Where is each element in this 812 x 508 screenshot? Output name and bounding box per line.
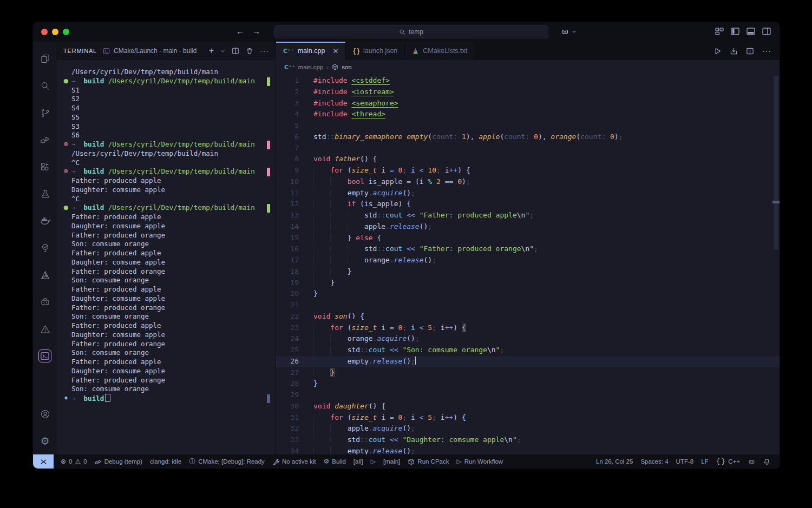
- terminal-session[interactable]: CMake/Launch - main - build: [102, 47, 204, 55]
- tab-terminal[interactable]: TERMINAL: [63, 48, 97, 54]
- line-number: 28: [276, 378, 313, 390]
- tab-CMakeLists.txt[interactable]: CMakeLists.txt: [405, 42, 475, 60]
- code-line-19: 19 }: [276, 278, 780, 289]
- sidebar-item-testing[interactable]: [33, 180, 57, 207]
- code-line-11: 11 empty.acquire();: [276, 188, 780, 199]
- close-window-button[interactable]: [41, 29, 48, 35]
- sidebar-item-todo-tree[interactable]: [33, 234, 57, 261]
- kill-terminal-icon[interactable]: [246, 47, 253, 55]
- new-terminal-button[interactable]: +: [209, 47, 214, 55]
- status-label: No active kit: [282, 458, 316, 465]
- status-copilot-status[interactable]: [744, 454, 759, 469]
- sidebar-item-extensions[interactable]: [33, 153, 57, 180]
- status-active-kit[interactable]: No active kit: [269, 454, 320, 469]
- code-line-14: 14 apple.release();: [276, 221, 780, 233]
- tab-main.cpp[interactable]: C⁺⁺main.cpp✕: [276, 42, 346, 60]
- warning-triangle-icon: [40, 324, 51, 335]
- line-number: 2: [276, 87, 313, 98]
- traffic-lights: [41, 29, 69, 35]
- sidebar-item-source-control[interactable]: [33, 99, 57, 126]
- toggle-sidebar-icon[interactable]: [731, 28, 739, 35]
- terminal-command-decoration: [267, 77, 270, 86]
- play-icon: ▷: [371, 458, 376, 465]
- status-cmake-status[interactable]: ⓘCMake: [Debug]: Ready: [185, 454, 269, 469]
- terminal-profile-chevron-icon[interactable]: [220, 49, 225, 54]
- tab-label: main.cpp: [298, 47, 325, 55]
- terminal-more-actions-icon[interactable]: ···: [260, 47, 269, 55]
- status-launch-button[interactable]: ▷: [367, 454, 379, 469]
- terminal-icon: [40, 351, 50, 361]
- settings-button[interactable]: ⚙: [33, 427, 57, 454]
- sidebar-item-run-debug[interactable]: [33, 126, 57, 153]
- terminal-command-decoration: [267, 204, 270, 213]
- status-problems[interactable]: ⊗0⚠0: [57, 454, 91, 469]
- status-debug-target[interactable]: Debug (temp): [91, 454, 146, 469]
- prompt-ai-icon: ✦: [63, 394, 71, 403]
- editor-more-actions-icon[interactable]: ···: [762, 47, 771, 55]
- split-terminal-icon[interactable]: [232, 47, 239, 55]
- cpp-file-icon: C⁺⁺: [284, 64, 295, 71]
- editor-cursor: [415, 357, 416, 365]
- terminal-line: ●→ build /Users/cyril/Dev/tmp/temp/build…: [71, 77, 276, 86]
- zoom-window-button[interactable]: [63, 29, 69, 35]
- tab-label: CMakeLists.txt: [423, 47, 467, 55]
- terminal-command-decoration: [267, 394, 270, 403]
- run-build-icon[interactable]: [730, 47, 738, 55]
- code-line-22: 22void son() {: [276, 311, 780, 322]
- status-launch-target[interactable]: [main]: [379, 454, 404, 469]
- line-number: 11: [276, 188, 313, 199]
- command-center-search[interactable]: temp: [274, 25, 548, 38]
- code-line-12: 12 if (is_apple) {: [276, 199, 780, 210]
- sidebar-item-cmake[interactable]: [33, 261, 57, 288]
- terminal-line: S6: [71, 131, 276, 140]
- status-build-target[interactable]: [all]: [350, 454, 367, 469]
- status-clangd-status[interactable]: clangd: idle: [146, 454, 185, 469]
- toggle-secondary-sidebar-icon[interactable]: [762, 28, 771, 35]
- split-editor-icon[interactable]: [746, 47, 754, 55]
- status-build-button[interactable]: ⚙Build: [320, 454, 350, 469]
- breadcrumb-symbol[interactable]: son: [342, 64, 352, 70]
- status-run-cpack[interactable]: Run CPack: [404, 454, 453, 469]
- sidebar-item-docker[interactable]: [33, 207, 57, 234]
- status-eol[interactable]: LF: [697, 454, 712, 469]
- remote-indicator[interactable]: [33, 454, 54, 469]
- code-line-1: 1#include <cstddef>: [276, 75, 780, 87]
- breadcrumb-file[interactable]: main.cpp: [298, 64, 324, 70]
- terminal-output[interactable]: /Users/cyril/Dev/tmp/temp/build/main●→ b…: [57, 60, 276, 454]
- breadcrumb: C⁺⁺ main.cpp › son: [276, 60, 780, 74]
- status-run-workflow[interactable]: ▷Run Workflow: [453, 454, 507, 469]
- run-file-icon[interactable]: [713, 47, 722, 55]
- status-notifications[interactable]: [759, 454, 774, 469]
- forward-arrow-icon[interactable]: →: [252, 27, 260, 36]
- status-indentation[interactable]: Spaces: 4: [637, 454, 672, 469]
- play-icon: ▷: [457, 458, 462, 465]
- code-line-21: 21: [276, 300, 780, 311]
- tab-launch.json[interactable]: { }launch.json: [346, 42, 405, 60]
- status-label: C++: [728, 458, 740, 465]
- close-tab-icon[interactable]: ✕: [332, 48, 338, 55]
- status-cursor-position[interactable]: Ln 26, Col 25: [592, 454, 637, 469]
- line-number: 19: [276, 278, 313, 289]
- line-number: 18: [276, 266, 313, 278]
- toggle-panel-icon[interactable]: [746, 28, 755, 35]
- copilot-menu[interactable]: [560, 27, 577, 36]
- sidebar-item-explorer[interactable]: [33, 45, 57, 72]
- code-line-26: 26 empty.release();: [276, 356, 780, 367]
- braces-icon: { }: [716, 458, 726, 465]
- sidebar-item-terminal[interactable]: [33, 342, 57, 370]
- status-encoding[interactable]: UTF-8: [672, 454, 698, 469]
- line-number: 23: [276, 322, 313, 334]
- sidebar-item-robot[interactable]: [33, 288, 57, 315]
- editor-scrollbar[interactable]: [774, 76, 778, 249]
- accounts-button[interactable]: [33, 400, 57, 427]
- back-arrow-icon[interactable]: ←: [236, 27, 244, 36]
- copilot-icon: [748, 458, 756, 466]
- code-editor[interactable]: 1#include <cstddef>2#include <iostream>3…: [276, 74, 780, 454]
- search-icon: [40, 80, 51, 91]
- customize-layout-icon[interactable]: [715, 28, 724, 35]
- sidebar-item-search[interactable]: [33, 72, 57, 99]
- minimize-window-button[interactable]: [52, 29, 58, 35]
- status-language-mode[interactable]: { }C++: [712, 454, 744, 469]
- line-number: 4: [276, 109, 313, 120]
- sidebar-item-warnings[interactable]: [33, 315, 57, 342]
